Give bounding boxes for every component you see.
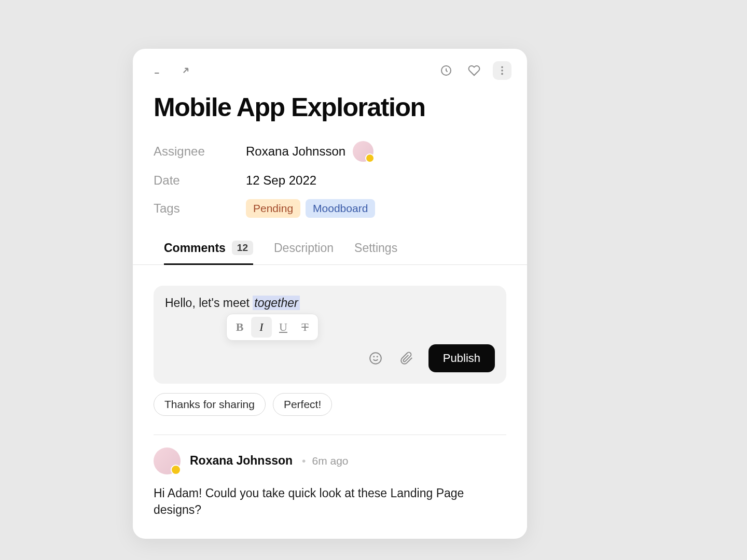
comment-header: Roxana Johnsson • 6m ago: [154, 447, 506, 474]
tags-row: Tags Pending Moodboard: [154, 199, 506, 218]
composer-text-selected: together: [253, 296, 299, 310]
page-title: Mobile App Exploration: [133, 80, 527, 122]
avatar[interactable]: [154, 447, 181, 474]
format-toolbar: B I U T: [226, 314, 319, 341]
more-icon[interactable]: [493, 61, 511, 80]
svg-point-7: [377, 356, 378, 357]
comment-author: Roxana Johnsson: [190, 454, 293, 468]
tag-pending[interactable]: Pending: [246, 199, 300, 218]
date-value[interactable]: 12 Sep 2022: [246, 173, 316, 188]
separator-dot: •: [302, 455, 306, 467]
comments-count-badge: 12: [232, 241, 253, 255]
comment-time-text: 6m ago: [312, 455, 348, 467]
svg-point-5: [370, 353, 381, 364]
assignee-name: Roxana Johnsson: [246, 144, 345, 159]
comment-composer[interactable]: Hello, let's meet together B I U T Publi…: [154, 286, 506, 384]
comment-item: Roxana Johnsson • 6m ago Hi Adam! Could …: [133, 435, 527, 518]
tab-comments-label: Comments: [164, 241, 226, 255]
svg-point-2: [501, 66, 503, 68]
strikethrough-button[interactable]: T: [295, 317, 315, 338]
tab-settings-label: Settings: [354, 241, 397, 255]
minimize-icon[interactable]: [148, 61, 167, 80]
suggestions: Thanks for sharing Perfect!: [133, 384, 527, 416]
tabs: Comments 12 Description Settings: [133, 229, 527, 265]
tab-description-label: Description: [274, 241, 334, 255]
publish-button[interactable]: Publish: [428, 344, 495, 372]
comment-time: • 6m ago: [302, 455, 348, 467]
tab-settings[interactable]: Settings: [354, 241, 397, 265]
suggestion-chip[interactable]: Perfect!: [273, 393, 332, 416]
avatar[interactable]: [353, 141, 374, 162]
svg-point-3: [501, 69, 503, 72]
bold-button[interactable]: B: [229, 317, 250, 338]
tags-label: Tags: [154, 201, 246, 216]
task-card: Mobile App Exploration Assignee Roxana J…: [133, 49, 527, 539]
expand-icon[interactable]: [176, 61, 195, 80]
heart-icon[interactable]: [465, 61, 483, 80]
tab-description[interactable]: Description: [274, 241, 334, 265]
composer-text-prefix: Hello, let's meet: [165, 296, 253, 310]
assignee-label: Assignee: [154, 144, 246, 159]
tab-comments[interactable]: Comments 12: [164, 241, 253, 265]
composer-text[interactable]: Hello, let's meet together: [165, 296, 495, 310]
assignee-row: Assignee Roxana Johnsson: [154, 141, 506, 162]
assignee-value[interactable]: Roxana Johnsson: [246, 141, 374, 162]
svg-point-4: [501, 73, 503, 75]
date-label: Date: [154, 173, 246, 188]
tag-moodboard[interactable]: Moodboard: [306, 199, 375, 218]
header-bar: [133, 49, 527, 80]
suggestion-chip[interactable]: Thanks for sharing: [154, 393, 266, 416]
meta-section: Assignee Roxana Johnsson Date 12 Sep 202…: [133, 122, 527, 218]
date-row: Date 12 Sep 2022: [154, 173, 506, 188]
emoji-icon[interactable]: [366, 349, 385, 368]
italic-button[interactable]: I: [251, 317, 272, 338]
underline-button[interactable]: U: [273, 317, 294, 338]
clock-icon[interactable]: [437, 61, 455, 80]
tags-list: Pending Moodboard: [246, 199, 375, 218]
attachment-icon[interactable]: [397, 349, 416, 368]
comment-body: Hi Adam! Could you take quick look at th…: [154, 485, 506, 518]
svg-point-6: [374, 356, 374, 357]
